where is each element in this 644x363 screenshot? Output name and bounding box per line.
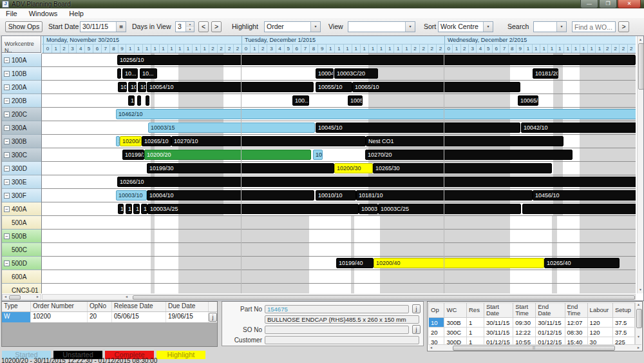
workcentre-row[interactable]: 500A	[2, 216, 41, 230]
scroll-right-icon[interactable]: ►	[636, 346, 641, 350]
workcentre-row[interactable]: −300C	[2, 148, 41, 162]
collapse-icon[interactable]: −	[4, 139, 10, 144]
gantt-bar[interactable]: 1...	[118, 204, 124, 214]
gantt-bar[interactable]: 10003A/25	[147, 204, 359, 214]
collapse-icon[interactable]: −	[4, 166, 10, 172]
scroll-down-icon[interactable]: ▼	[638, 287, 643, 293]
sort-select[interactable]: Work Centre ▾	[438, 21, 493, 32]
collapse-icon[interactable]: −	[4, 57, 10, 63]
workcentre-row[interactable]: −300A	[2, 121, 41, 135]
scroll-thumb[interactable]	[133, 295, 635, 300]
ops-col-header[interactable]: Op	[429, 303, 444, 318]
gantt-bar[interactable]: 10456/10	[533, 190, 636, 201]
gantt-bar[interactable]: 1...	[133, 204, 140, 214]
ops-row[interactable]: 20300C130/11/1512:2201/12/1508:3012037.5	[429, 328, 635, 337]
collapse-icon[interactable]: −	[4, 84, 10, 90]
scroll-down-icon[interactable]: ▼	[636, 335, 641, 338]
workcentre-row[interactable]: 600A	[2, 270, 41, 284]
workcentre-row[interactable]: −200B	[2, 94, 41, 108]
ops-col-header[interactable]: Start Date	[484, 303, 513, 318]
workcentre-row[interactable]: −100A	[2, 54, 41, 67]
gantt-bar[interactable]: 1	[146, 95, 149, 106]
collapse-icon[interactable]: −	[4, 98, 10, 104]
gantt-bar[interactable]: 10004...	[316, 68, 334, 79]
collapse-icon[interactable]: −	[4, 71, 10, 77]
part-no-field[interactable]: 154675	[265, 305, 409, 313]
spin-up-icon[interactable]: ▲	[186, 22, 194, 27]
workcentre-row[interactable]: −500B	[2, 230, 41, 243]
gantt-bar[interactable]: 10265/10	[142, 136, 171, 146]
scroll-left-icon[interactable]: ◄	[124, 295, 129, 299]
ops-col-header[interactable]: Labour	[587, 303, 612, 318]
minimize-button[interactable]: —	[580, 0, 598, 8]
gantt-bar[interactable]: 10003C/20	[334, 68, 378, 79]
so-lookup-button[interactable]: j	[412, 325, 421, 334]
collapse-icon[interactable]: −	[4, 260, 10, 266]
so-no-field[interactable]	[265, 326, 409, 334]
close-button[interactable]: ✕	[618, 0, 641, 8]
gantt-bar[interactable]: 10270/10	[171, 136, 366, 146]
ops-col-header[interactable]: WC	[444, 303, 467, 318]
spin-down-icon[interactable]: ▼	[186, 27, 194, 32]
find-go-button[interactable]: >	[618, 21, 629, 32]
operations-vscrollbar[interactable]: ▲ ▼	[635, 302, 641, 345]
gantt-hscrollbar[interactable]: ◄	[42, 294, 636, 300]
gantt-bar[interactable]: 10003/15	[148, 123, 315, 133]
search-select[interactable]: ▾	[533, 21, 567, 32]
workcentre-row[interactable]: −300E	[2, 175, 41, 189]
scroll-up-icon[interactable]: ▲	[638, 37, 643, 43]
collapse-icon[interactable]: −	[4, 193, 10, 199]
part-lookup-button[interactable]: j	[412, 304, 421, 313]
ops-row[interactable]: 10300B130/11/1509:3030/11/1512:0712037.5	[429, 318, 635, 328]
workcentre-hscrollbar[interactable]: ◄ ►	[2, 294, 41, 300]
gantt-bar[interactable]: 10265/30	[373, 163, 552, 173]
gantt-bar[interactable]: 10004/10	[147, 190, 314, 201]
collapse-icon[interactable]: −	[4, 206, 10, 212]
gantt-bar[interactable]: 1...	[128, 95, 135, 106]
workcentre-row[interactable]: 500C	[2, 243, 41, 257]
scroll-thumb[interactable]	[9, 295, 21, 300]
prev-day-button[interactable]: <	[198, 21, 209, 32]
gantt-bar[interactable]: 10181/10	[356, 190, 533, 201]
gantt-bar[interactable]: 10199/40	[336, 258, 374, 268]
gantt-bar[interactable]: 10200/20	[144, 150, 311, 160]
gantt-bar[interactable]: 10...	[118, 82, 127, 92]
gantt-bar[interactable]: 10270/20	[365, 150, 573, 160]
gantt-bar[interactable]: 1005...	[348, 95, 363, 106]
gantt-bar[interactable]: 1...	[141, 204, 147, 214]
gantt-bar[interactable]: 10065/10	[352, 82, 520, 92]
menu-file[interactable]: File	[0, 10, 23, 17]
scroll-thumb[interactable]: |||	[453, 346, 615, 351]
days-in-view-stepper[interactable]: 3 ▲ ▼	[175, 21, 194, 32]
restore-button[interactable]: ❐	[599, 0, 617, 8]
ops-col-header[interactable]: End Date	[536, 303, 565, 318]
gantt-bar[interactable]: 10...	[122, 68, 138, 79]
operations-hscrollbar[interactable]: ◄ ► |||	[428, 344, 641, 350]
customer-field[interactable]	[265, 336, 419, 344]
gantt-bar[interactable]: 10065/...	[518, 95, 538, 106]
highlight-select[interactable]: Order ▾	[264, 21, 321, 32]
gantt-bar[interactable]: Nest CO1	[366, 136, 564, 146]
gantt-bar[interactable]: 1	[117, 68, 121, 79]
gantt-bar[interactable]: 10199/20	[122, 150, 144, 160]
collapse-icon[interactable]: −	[4, 125, 10, 131]
gantt-bar[interactable]: 10200/30	[334, 163, 373, 173]
collapse-icon[interactable]: −	[4, 179, 10, 185]
next-day-button[interactable]: >	[211, 21, 222, 32]
workcentre-row[interactable]: −200A	[2, 81, 41, 94]
scroll-thumb[interactable]	[636, 309, 642, 328]
workcentre-row[interactable]: −300D	[2, 162, 41, 175]
gantt-bar[interactable]	[522, 204, 636, 214]
workcentre-row[interactable]: −100B	[2, 67, 41, 81]
scroll-left-icon[interactable]: ◄	[3, 295, 8, 299]
gantt-bar[interactable]: 1	[137, 95, 141, 106]
collapse-icon[interactable]: −	[4, 233, 10, 239]
find-wo-input[interactable]	[572, 21, 616, 32]
order-lookup-button[interactable]: j	[209, 313, 217, 322]
gantt-bar[interactable]: 10...	[140, 68, 157, 79]
gantt-bar[interactable]: 10042/10	[521, 123, 636, 133]
gantt-bar[interactable]: 10045/10	[316, 123, 520, 133]
calendar-icon[interactable]: ▦	[116, 22, 126, 32]
gantt-bar[interactable]: 10200/10	[120, 136, 142, 146]
gantt-bar[interactable]: 10266/10	[117, 177, 636, 187]
